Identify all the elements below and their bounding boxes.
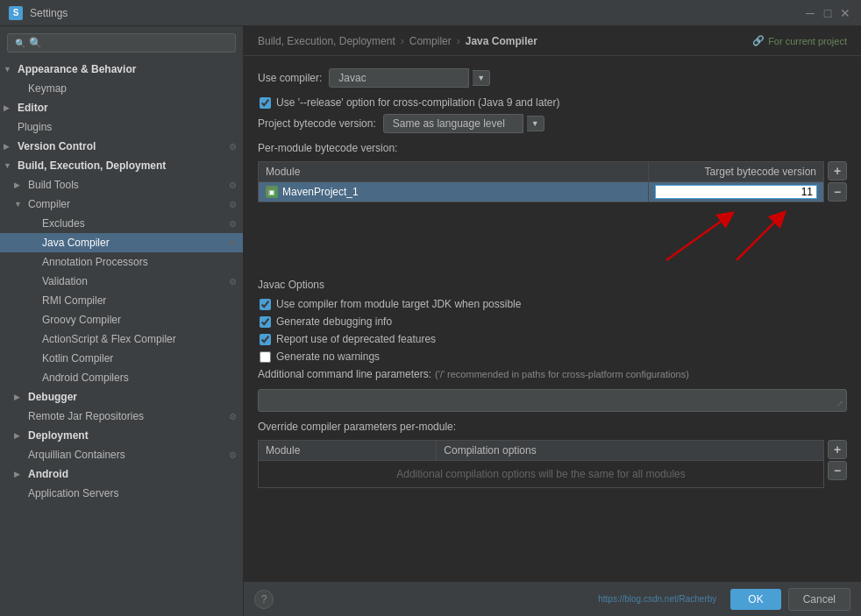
no-warnings-checkbox[interactable] bbox=[260, 351, 271, 363]
compiler-dropdown-caret[interactable]: ▼ bbox=[473, 70, 490, 86]
sidebar-item-java-compiler[interactable]: Java Compiler ⚙ bbox=[0, 233, 243, 252]
compiler-dropdown-container: Javac ▼ bbox=[329, 68, 490, 88]
sidebar-item-label: Version Control bbox=[18, 140, 225, 152]
additional-cmd-input-area[interactable]: ⤢ bbox=[258, 389, 847, 412]
gear-icon: ⚙ bbox=[225, 216, 239, 230]
sidebar-item-label: Build, Execution, Deployment bbox=[18, 159, 239, 172]
ok-button[interactable]: OK bbox=[730, 589, 780, 610]
close-button[interactable]: ✕ bbox=[838, 6, 852, 20]
bytecode-dropdown-value[interactable]: Same as language level bbox=[383, 114, 523, 133]
sidebar-item-plugins[interactable]: Plugins bbox=[0, 117, 243, 137]
sidebar-item-compiler[interactable]: ▼ Compiler ⚙ bbox=[0, 195, 243, 214]
sidebar-item-label: Kotlin Compiler bbox=[42, 352, 239, 365]
sidebar-item-groovy-compiler[interactable]: Groovy Compiler bbox=[0, 310, 243, 329]
override-remove-button[interactable]: − bbox=[828, 461, 847, 480]
sidebar-item-build-tools[interactable]: ▶ Build Tools ⚙ bbox=[0, 175, 243, 195]
expand-arrow: ▼ bbox=[4, 65, 18, 74]
breadcrumb-part2: Compiler bbox=[409, 35, 452, 47]
sidebar-item-rmi-compiler[interactable]: RMI Compiler bbox=[0, 291, 243, 310]
search-box[interactable]: 🔍 bbox=[7, 33, 236, 53]
override-table-hint: Additional compilation options will be t… bbox=[259, 461, 824, 488]
cancel-button[interactable]: Cancel bbox=[788, 588, 850, 611]
bytecode-version-cell bbox=[649, 182, 824, 202]
add-row-button[interactable]: + bbox=[828, 161, 847, 181]
bytecode-dropdown-caret[interactable]: ▼ bbox=[527, 116, 544, 131]
expand-arrow: ▶ bbox=[4, 142, 18, 151]
sidebar-item-version-control[interactable]: ▶ Version Control ⚙ bbox=[0, 137, 243, 156]
search-input[interactable] bbox=[29, 37, 228, 49]
sidebar-item-remote-jar[interactable]: Remote Jar Repositories ⚙ bbox=[0, 407, 243, 426]
gear-icon: ⚙ bbox=[225, 236, 239, 250]
override-table: Module Compilation options Additional co… bbox=[258, 440, 824, 488]
gear-icon: ⚙ bbox=[225, 448, 239, 462]
sidebar-item-validation[interactable]: Validation ⚙ bbox=[0, 272, 243, 291]
use-release-label[interactable]: Use '--release' option for cross-compila… bbox=[276, 96, 559, 109]
version-column-header: Target bytecode version bbox=[649, 162, 824, 182]
javac-options-title: Javac Options bbox=[258, 279, 847, 291]
app-icon: S bbox=[9, 6, 23, 20]
maximize-button[interactable]: □ bbox=[821, 6, 835, 20]
sidebar-item-excludes[interactable]: Excludes ⚙ bbox=[0, 214, 243, 233]
no-warnings-label[interactable]: Generate no warnings bbox=[276, 350, 380, 363]
additional-cmd-label: Additional command line parameters: bbox=[258, 368, 431, 380]
sidebar-item-arquillian[interactable]: Arquillian Containers ⚙ bbox=[0, 445, 243, 464]
sidebar-item-label: Plugins bbox=[18, 121, 239, 133]
sidebar-item-keymap[interactable]: Keymap bbox=[0, 79, 243, 98]
sidebar-item-application-servers[interactable]: Application Servers bbox=[0, 484, 243, 503]
per-module-table: Module Target bytecode version ▣ MavenPr… bbox=[258, 161, 824, 202]
svg-line-2 bbox=[736, 216, 780, 260]
use-compiler-label: Use compiler: bbox=[258, 72, 322, 84]
sidebar-item-android[interactable]: ▶ Android bbox=[0, 464, 243, 484]
expand-arrow: ▶ bbox=[14, 431, 28, 440]
generate-debug-row: Generate debugging info bbox=[258, 315, 847, 328]
expand-arrow: ▶ bbox=[14, 393, 28, 401]
override-table-container: Module Compilation options Additional co… bbox=[258, 440, 847, 493]
override-add-button[interactable]: + bbox=[828, 440, 847, 459]
sidebar-item-build-execution[interactable]: ▼ Build, Execution, Deployment bbox=[0, 156, 243, 175]
breadcrumb: Build, Execution, Deployment › Compiler … bbox=[244, 26, 861, 56]
watermark-link: https://blog.csdn.net/Racherby bbox=[598, 594, 716, 604]
generate-debug-checkbox[interactable] bbox=[260, 316, 271, 328]
help-button[interactable]: ? bbox=[254, 590, 274, 609]
sidebar-item-editor[interactable]: ▶ Editor bbox=[0, 98, 243, 117]
gear-icon: ⚙ bbox=[225, 139, 239, 153]
expand-arrow: ▼ bbox=[14, 200, 28, 209]
sidebar-item-appearance-behavior[interactable]: ▼ Appearance & Behavior bbox=[0, 60, 243, 79]
gear-icon: ⚙ bbox=[225, 178, 239, 192]
sidebar-item-annotation-processors[interactable]: Annotation Processors bbox=[0, 252, 243, 272]
minimize-button[interactable]: ─ bbox=[803, 6, 817, 20]
breadcrumb-sep1: › bbox=[401, 35, 404, 47]
remove-row-button[interactable]: − bbox=[828, 182, 847, 202]
sidebar-item-kotlin-compiler[interactable]: Kotlin Compiler bbox=[0, 349, 243, 368]
sidebar-item-label: Application Servers bbox=[28, 487, 239, 499]
expand-arrow: ▶ bbox=[4, 103, 18, 112]
use-compiler-row: Use compiler: Javac ▼ bbox=[258, 68, 847, 88]
use-module-target-label[interactable]: Use compiler from module target JDK when… bbox=[276, 298, 521, 310]
report-deprecated-checkbox[interactable] bbox=[260, 334, 271, 345]
report-deprecated-label[interactable]: Report use of deprecated features bbox=[276, 333, 436, 345]
expand-arrow: ▶ bbox=[14, 470, 28, 478]
sidebar-item-android-compilers[interactable]: Android Compilers bbox=[0, 368, 243, 387]
bytecode-version-input[interactable] bbox=[656, 186, 816, 198]
svg-line-1 bbox=[666, 216, 728, 260]
sidebar-item-label: ActionScript & Flex Compiler bbox=[42, 333, 239, 345]
override-params-title: Override compiler parameters per-module: bbox=[258, 421, 847, 433]
sidebar-item-label: RMI Compiler bbox=[42, 294, 239, 307]
table-row[interactable]: ▣ MavenProject_1 bbox=[259, 182, 824, 202]
generate-debug-label[interactable]: Generate debugging info bbox=[276, 315, 392, 328]
bytecode-version-label: Project bytecode version: bbox=[258, 117, 376, 130]
bytecode-version-row: Project bytecode version: Same as langua… bbox=[258, 114, 847, 133]
expand-arrow: ▼ bbox=[4, 161, 18, 170]
window-title: Settings bbox=[30, 7, 68, 19]
additional-cmd-row: Additional command line parameters: ('/'… bbox=[258, 368, 847, 380]
sidebar-item-actionscript[interactable]: ActionScript & Flex Compiler bbox=[0, 329, 243, 349]
module-column-header: Module bbox=[259, 162, 649, 182]
sidebar-item-deployment[interactable]: ▶ Deployment bbox=[0, 426, 243, 445]
use-release-checkbox[interactable] bbox=[260, 97, 271, 109]
report-deprecated-row: Report use of deprecated features bbox=[258, 333, 847, 345]
compiler-dropdown-value[interactable]: Javac bbox=[329, 68, 469, 88]
override-table-side-buttons: + − bbox=[828, 440, 847, 493]
override-table-empty-row: Additional compilation options will be t… bbox=[259, 461, 824, 488]
use-module-target-checkbox[interactable] bbox=[260, 299, 271, 310]
sidebar-item-debugger[interactable]: ▶ Debugger bbox=[0, 387, 243, 407]
